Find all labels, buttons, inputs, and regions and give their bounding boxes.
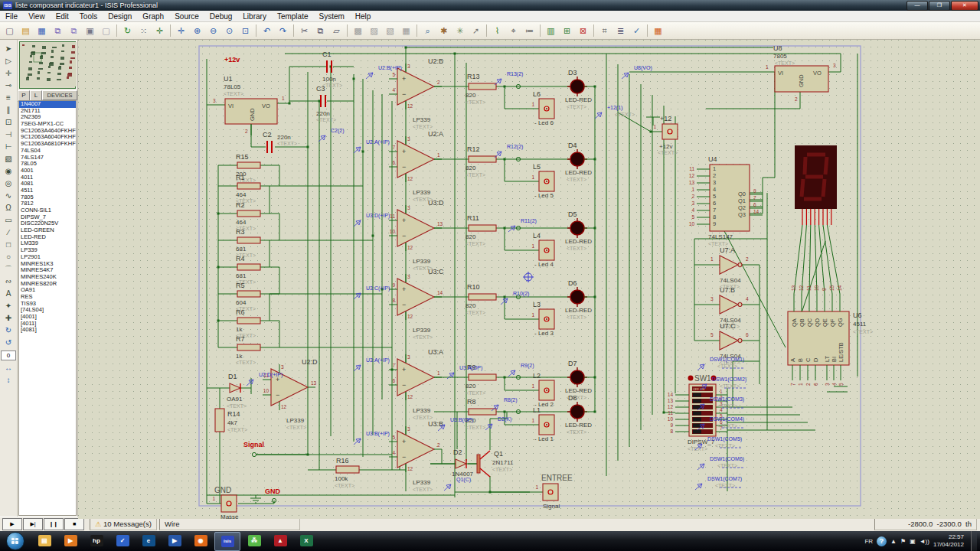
selection-tool-icon[interactable]: ➤ xyxy=(2,43,15,54)
property-assign-icon[interactable]: ≔ xyxy=(522,24,537,38)
tray-help-icon[interactable]: ? xyxy=(877,536,887,546)
rotation-angle-field[interactable]: 0 xyxy=(1,350,16,360)
menu-debug[interactable]: Debug xyxy=(204,12,237,21)
pick-parts-icon[interactable]: ⌕ xyxy=(420,24,435,38)
block-rotate-icon[interactable]: ▧ xyxy=(383,24,397,38)
voltage-probe-tool-icon[interactable]: ∿ xyxy=(2,190,15,201)
taskbar-checkmail-icon[interactable]: ✓ xyxy=(110,532,135,549)
copy-icon[interactable]: ⧉ xyxy=(313,24,328,38)
redraw-icon[interactable]: ↻ xyxy=(120,24,135,38)
subcircuit-tool-icon[interactable]: ⊡ xyxy=(2,116,15,128)
block-move-icon[interactable]: ▨ xyxy=(367,24,381,38)
instrument-tool-icon[interactable]: ▭ xyxy=(2,214,15,226)
menu-graph[interactable]: Graph xyxy=(137,12,169,21)
mirror-horizontal-icon[interactable]: ↔ xyxy=(2,362,15,373)
2d-symbol-tool-icon[interactable]: ✦ xyxy=(2,300,15,311)
false-origin-icon[interactable]: ✛ xyxy=(152,24,167,38)
component-r12[interactable] xyxy=(469,156,496,162)
taskbar-clock[interactable]: 22:57 17/04/2012 xyxy=(933,533,967,549)
import-section-icon[interactable]: ⧉ xyxy=(51,24,65,38)
tray-expand-icon[interactable]: ▲ xyxy=(890,538,897,545)
device-pin-tool-icon[interactable]: ⊢ xyxy=(2,141,15,152)
graph-tool-icon[interactable]: ▧ xyxy=(2,153,15,165)
print-icon[interactable]: ▣ xyxy=(83,24,97,38)
component-7seg-display[interactable] xyxy=(795,145,837,209)
cut-icon[interactable]: ✂ xyxy=(297,24,312,38)
packaging-tool-icon[interactable]: ✳ xyxy=(452,24,467,38)
menu-help[interactable]: Help xyxy=(350,12,377,21)
wire-autorouter-icon[interactable]: ⌇ xyxy=(490,24,505,38)
search-tag-icon[interactable]: ⌖ xyxy=(506,24,521,38)
taskbar-firefox-icon[interactable]: ◉ xyxy=(188,532,213,549)
component-r7[interactable] xyxy=(237,344,260,350)
stop-button[interactable]: ■ xyxy=(64,518,84,530)
taskbar-isis-icon[interactable]: isis xyxy=(214,532,240,551)
component-r2[interactable] xyxy=(237,210,260,217)
rotate-cw-icon[interactable]: ↻ xyxy=(2,324,15,336)
menu-tools[interactable]: Tools xyxy=(74,12,103,21)
paste-icon[interactable]: ▱ xyxy=(329,24,344,38)
new-file-icon[interactable]: ▢ xyxy=(2,24,17,38)
component-r14[interactable] xyxy=(215,409,224,432)
menu-system[interactable]: System xyxy=(313,12,349,21)
mirror-vertical-icon[interactable]: ↕ xyxy=(2,374,15,386)
menu-view[interactable]: View xyxy=(23,12,51,21)
junction-dot-tool-icon[interactable]: ✛ xyxy=(2,67,15,79)
tray-volume-icon[interactable]: ◄)) xyxy=(920,538,929,545)
design-explorer-icon[interactable]: ▥ xyxy=(544,24,558,38)
device-list[interactable]: 1N40072N17112N23697SEG-MPX1-CC9C12063A46… xyxy=(18,100,77,516)
restore-button[interactable]: ❐ xyxy=(929,1,950,11)
menu-source[interactable]: Source xyxy=(169,12,204,21)
save-icon[interactable]: ▦ xyxy=(34,24,49,38)
taskbar-hp-icon[interactable]: hp xyxy=(84,532,109,549)
center-cursor-icon[interactable]: ✛ xyxy=(174,24,188,38)
component-r10[interactable] xyxy=(469,294,496,300)
toggle-grid-icon[interactable]: ⁙ xyxy=(136,24,151,38)
component-r11[interactable] xyxy=(469,225,496,231)
component-r4[interactable] xyxy=(237,264,260,270)
bus-tool-icon[interactable]: ∥ xyxy=(2,104,15,116)
block-delete-icon[interactable]: ▦ xyxy=(399,24,413,38)
start-button[interactable] xyxy=(6,532,24,550)
pause-button[interactable]: ❙❙ xyxy=(44,518,64,530)
block-copy-icon[interactable]: ▩ xyxy=(351,24,365,38)
redo-icon[interactable]: ↷ xyxy=(276,24,290,38)
component-r3[interactable] xyxy=(237,237,260,243)
2d-box-tool-icon[interactable]: □ xyxy=(2,239,15,250)
component-r9[interactable] xyxy=(469,374,496,380)
step-button[interactable]: ▶| xyxy=(23,518,43,530)
make-device-icon[interactable]: ✱ xyxy=(436,24,451,38)
component-r13[interactable] xyxy=(469,83,496,90)
2d-path-tool-icon[interactable]: ∾ xyxy=(2,276,15,287)
decompose-icon[interactable]: ➚ xyxy=(469,24,483,38)
taskbar-messenger-icon[interactable]: ⁂ xyxy=(242,532,266,549)
taskbar-player-icon[interactable]: ▶ xyxy=(162,532,187,549)
undo-icon[interactable]: ↶ xyxy=(260,24,274,38)
wire-label-tool-icon[interactable]: ⊸ xyxy=(2,80,15,91)
sheet-background[interactable] xyxy=(78,40,980,519)
2d-line-tool-icon[interactable]: ∕ xyxy=(2,227,15,238)
open-folder-icon[interactable]: ▤ xyxy=(18,24,33,38)
remove-sheet-icon[interactable]: ⊠ xyxy=(576,24,590,38)
tray-flag-icon[interactable]: ⚑ xyxy=(900,538,906,545)
play-button[interactable]: ▶ xyxy=(2,518,22,530)
goto-sheet-icon[interactable]: ⌗ xyxy=(597,24,612,38)
2d-circle-tool-icon[interactable]: ○ xyxy=(2,251,15,262)
schematic-preview[interactable] xyxy=(19,41,76,89)
export-section-icon[interactable]: ⧉ xyxy=(67,24,81,38)
rotate-ccw-icon[interactable]: ↺ xyxy=(2,337,15,348)
component-r6[interactable] xyxy=(237,318,260,324)
tray-network-icon[interactable]: ▣ xyxy=(910,538,916,545)
zoom-area-icon[interactable]: ⊡ xyxy=(238,24,253,38)
text-script-tool-icon[interactable]: ≡ xyxy=(2,92,15,103)
menu-design[interactable]: Design xyxy=(103,12,137,21)
language-indicator[interactable]: FR xyxy=(864,538,873,545)
component-tool-icon[interactable]: ▷ xyxy=(2,55,15,67)
current-probe-tool-icon[interactable]: Ω xyxy=(2,202,15,214)
component-r16[interactable] xyxy=(336,466,359,473)
menu-library[interactable]: Library xyxy=(237,12,272,21)
component-r8[interactable] xyxy=(469,409,496,415)
taskbar-excel-icon[interactable]: X xyxy=(294,532,318,549)
zoom-all-icon[interactable]: ⊙ xyxy=(222,24,237,38)
close-button[interactable]: ✕ xyxy=(951,1,978,11)
